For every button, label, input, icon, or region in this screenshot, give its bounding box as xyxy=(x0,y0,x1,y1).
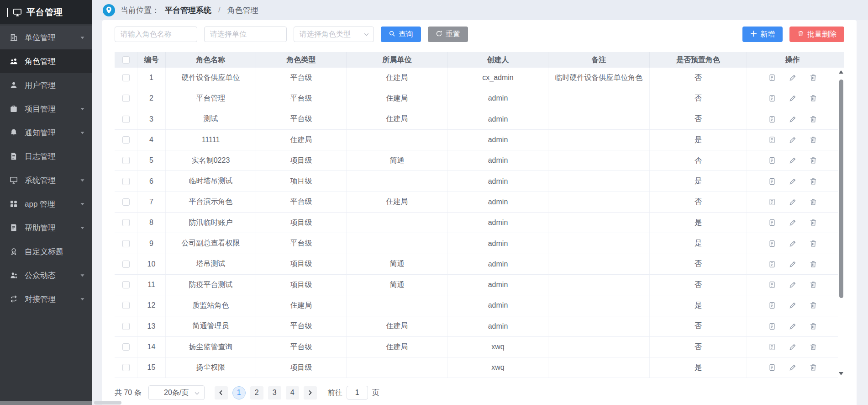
page-size-select[interactable]: 20条/页 xyxy=(148,385,205,400)
edit-button[interactable] xyxy=(789,156,797,165)
view-button[interactable] xyxy=(768,281,776,289)
row-checkbox[interactable] xyxy=(122,198,130,206)
row-checkbox[interactable] xyxy=(122,157,130,164)
delete-button[interactable] xyxy=(809,177,817,186)
batch-delete-button[interactable]: 批量删除 xyxy=(789,27,844,42)
delete-button[interactable] xyxy=(809,281,817,289)
cell-unit: 住建局 xyxy=(347,68,448,88)
search-button[interactable]: 查询 xyxy=(381,27,421,42)
view-button[interactable] xyxy=(768,218,776,227)
sidebar-item-system[interactable]: 系统管理 xyxy=(0,168,92,192)
delete-button[interactable] xyxy=(809,115,817,123)
select-all-checkbox[interactable] xyxy=(122,56,130,64)
sidebar-item-integration[interactable]: 对接管理 xyxy=(0,287,92,311)
sidebar-item-custom-title[interactable]: 自定义标题 xyxy=(0,240,92,263)
sidebar-item-roles[interactable]: 角色管理 xyxy=(0,49,92,73)
view-button[interactable] xyxy=(768,363,776,372)
edit-button[interactable] xyxy=(789,343,797,351)
page-button-3[interactable]: 3 xyxy=(268,386,281,400)
page-button-1[interactable]: 1 xyxy=(232,386,246,400)
edit-button[interactable] xyxy=(789,240,797,248)
row-checkbox[interactable] xyxy=(122,219,130,226)
sidebar-item-notices[interactable]: 通知管理 xyxy=(0,121,92,144)
view-button[interactable] xyxy=(768,240,776,248)
edit-button[interactable] xyxy=(789,94,797,102)
view-button[interactable] xyxy=(768,94,776,102)
delete-button[interactable] xyxy=(809,363,817,372)
scroll-up-arrow[interactable] xyxy=(839,70,843,74)
delete-button[interactable] xyxy=(809,198,817,206)
edit-button[interactable] xyxy=(789,363,797,372)
row-checkbox[interactable] xyxy=(122,240,130,247)
row-checkbox[interactable] xyxy=(122,116,130,123)
sidebar-item-public[interactable]: 公众动态 xyxy=(0,263,92,287)
view-button[interactable] xyxy=(768,260,776,268)
edit-button[interactable] xyxy=(789,281,797,289)
unit-input[interactable] xyxy=(204,27,287,42)
row-checkbox[interactable] xyxy=(122,178,130,185)
scroll-down-arrow[interactable] xyxy=(839,372,843,375)
row-checkbox[interactable] xyxy=(122,95,130,102)
table-scrollbar[interactable] xyxy=(838,68,844,378)
horizontal-scrollbar-thumb[interactable] xyxy=(0,401,92,405)
edit-button[interactable] xyxy=(789,136,797,144)
edit-button[interactable] xyxy=(789,115,797,123)
breadcrumb-root[interactable]: 平台管理系统 xyxy=(165,5,211,16)
edit-button[interactable] xyxy=(789,74,797,82)
page-button-2[interactable]: 2 xyxy=(250,386,263,400)
view-button[interactable] xyxy=(768,115,776,123)
edit-button[interactable] xyxy=(789,301,797,309)
sidebar-item-units[interactable]: 单位管理 xyxy=(0,26,92,49)
delete-button[interactable] xyxy=(809,94,817,102)
delete-button[interactable] xyxy=(809,74,817,82)
cell-remark xyxy=(548,150,650,171)
row-checkbox[interactable] xyxy=(122,323,130,330)
scrollbar-thumb[interactable] xyxy=(839,80,843,298)
row-checkbox[interactable] xyxy=(122,281,130,288)
edit-button[interactable] xyxy=(789,322,797,330)
delete-button[interactable] xyxy=(809,218,817,227)
row-checkbox[interactable] xyxy=(122,261,130,268)
edit-button[interactable] xyxy=(789,198,797,206)
delete-button[interactable] xyxy=(809,136,817,144)
sidebar-item-users[interactable]: 用户管理 xyxy=(0,73,92,97)
next-page-button[interactable] xyxy=(304,386,317,400)
prev-page-button[interactable] xyxy=(215,386,228,400)
row-checkbox[interactable] xyxy=(122,74,130,81)
row-checkbox[interactable] xyxy=(122,302,130,309)
edit-button[interactable] xyxy=(789,218,797,227)
add-button[interactable]: 新增 xyxy=(742,27,783,42)
sidebar-item-app[interactable]: app 管理 xyxy=(0,192,92,216)
view-button[interactable] xyxy=(768,301,776,309)
edit-button[interactable] xyxy=(789,260,797,268)
view-button[interactable] xyxy=(768,156,776,165)
goto-page-input[interactable] xyxy=(347,386,368,400)
sidebar-item-projects[interactable]: 项目管理 xyxy=(0,97,92,121)
view-button[interactable] xyxy=(768,136,776,144)
row-checkbox[interactable] xyxy=(122,136,130,144)
delete-button[interactable] xyxy=(809,322,817,330)
refresh-icon xyxy=(436,30,442,39)
sidebar-item-help[interactable]: 帮助管理 xyxy=(0,216,92,240)
horizontal-scrollbar-piece[interactable] xyxy=(94,401,121,405)
reset-button[interactable]: 重置 xyxy=(428,27,468,42)
view-button[interactable] xyxy=(768,198,776,206)
delete-button[interactable] xyxy=(809,156,817,165)
view-button[interactable] xyxy=(768,177,776,186)
edit-button[interactable] xyxy=(789,177,797,186)
role-name-input[interactable] xyxy=(115,27,197,42)
page-button-4[interactable]: 4 xyxy=(286,386,299,400)
delete-button[interactable] xyxy=(809,301,817,309)
view-button[interactable] xyxy=(768,322,776,330)
row-checkbox[interactable] xyxy=(122,364,130,371)
cell-unit: 住建局 xyxy=(347,109,448,129)
role-type-select[interactable] xyxy=(294,27,374,42)
sidebar-item-logs[interactable]: 日志管理 xyxy=(0,144,92,168)
cell-role-type: 平台级 xyxy=(256,109,347,129)
row-checkbox[interactable] xyxy=(122,343,130,351)
view-button[interactable] xyxy=(768,74,776,82)
delete-button[interactable] xyxy=(809,260,817,268)
delete-button[interactable] xyxy=(809,343,817,351)
delete-button[interactable] xyxy=(809,240,817,248)
view-button[interactable] xyxy=(768,343,776,351)
